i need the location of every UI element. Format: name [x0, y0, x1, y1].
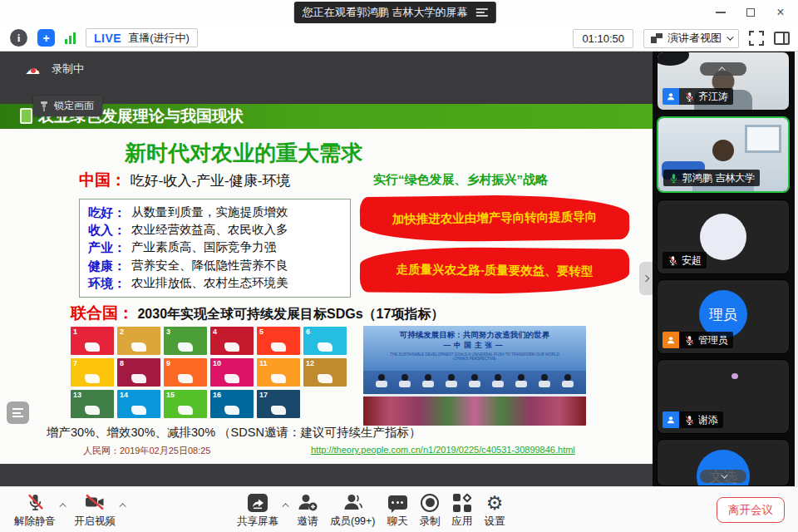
chevron-down-icon	[727, 33, 733, 40]
sdg-tile-12: 12	[303, 358, 347, 387]
participant-tile[interactable]: 理员 管理员	[657, 279, 790, 354]
mic-muted-icon	[684, 91, 695, 102]
share-screen-button[interactable]: 共享屏幕	[231, 487, 284, 532]
meeting-info-icon[interactable]: i	[10, 29, 27, 47]
sdg-tile-10: 10	[210, 358, 254, 387]
photo-banner: 可持续发展目标：共同努力改造我们的世界 —中国主张— THE SUSTAINAB…	[363, 326, 586, 371]
sdg-tile-1: 1	[71, 327, 114, 355]
apps-button[interactable]: 应用	[446, 487, 479, 532]
need-label: 产业：	[88, 240, 131, 255]
recording-status: ☁ 录制中	[25, 62, 84, 76]
avatar	[700, 214, 746, 260]
participant-name: 郭鸿鹏 吉林大学	[682, 171, 755, 185]
need-text: 农业排放低、农村生态环境美	[131, 276, 288, 291]
unmute-button[interactable]: 解除静音	[8, 487, 62, 532]
gear-icon: ⚙	[486, 494, 504, 512]
unmute-label: 解除静音	[14, 515, 56, 529]
source-link[interactable]: http://theory.people.com.cn/n1/2019/0225…	[311, 445, 575, 455]
sdg-tile-14: 14	[117, 390, 160, 418]
settings-label: 设置	[485, 515, 505, 529]
invite-person-icon	[297, 492, 318, 512]
need-text: 从数量到质量，实施提质增效	[131, 205, 288, 220]
person-icon	[666, 415, 676, 425]
person-icon	[666, 335, 676, 345]
watching-banner[interactable]: 您正在观看郭鸿鹏 吉林大学的屏幕	[294, 2, 496, 23]
network-signal-icon[interactable]	[65, 32, 76, 44]
settings-button[interactable]: ⚙ 设置	[479, 487, 511, 532]
close-button[interactable]: ×	[770, 2, 791, 22]
chat-label: 聊天	[387, 515, 408, 529]
share-screen-label: 共享屏幕	[237, 515, 278, 529]
need-label: 收入：	[88, 223, 131, 238]
security-shield-icon[interactable]: +	[37, 29, 55, 47]
sdg-grid: 1234567891011121314151617	[71, 327, 353, 418]
record-icon	[421, 494, 439, 512]
annotation-toolbar-button[interactable]	[7, 401, 29, 424]
banner-menu-icon[interactable]	[475, 8, 487, 17]
need-text: 农业经营效益高、农民收入多	[131, 223, 288, 238]
slide-footnote: 增产30%、增效30%、减排30% （SDSN邀请：建议可持续生产指标）	[47, 425, 421, 441]
photo-caption-en2: -CHINA'S PERSPECTIVE-	[363, 357, 586, 361]
sdg-tile-17: 17	[257, 390, 300, 418]
need-label: 健康：	[88, 259, 131, 273]
photo-caption-cn2: —中国主张—	[363, 341, 586, 351]
avatar-text: 理员	[709, 305, 737, 324]
slide-header-book-icon	[20, 108, 32, 124]
live-status[interactable]: LIVE 直播(进行中)	[86, 28, 198, 47]
collapse-videos-button[interactable]	[700, 62, 746, 76]
participant-tile[interactable]: 谢添	[657, 359, 790, 434]
apps-label: 应用	[452, 515, 473, 529]
view-mode-label: 演讲者视图	[667, 31, 722, 46]
fullscreen-icon	[749, 31, 764, 46]
sidebar-collapse-handle[interactable]	[639, 262, 653, 295]
need-text: 营养安全、降低隐性营养不良	[131, 259, 288, 273]
members-button[interactable]: 成员(99+)	[324, 487, 382, 532]
invite-label: 邀请	[298, 515, 318, 529]
sdg-tile-7: 7	[71, 358, 114, 387]
china-text: 吃好-收入-产业-健康-环境	[131, 173, 291, 189]
participant-tile[interactable]: 齐江涛	[657, 52, 790, 111]
sdg-tile-3: 3	[164, 327, 207, 355]
photo-people-row	[363, 371, 586, 394]
participant-tile[interactable]: 文选	[657, 439, 790, 486]
participant-tile[interactable]: 郭鸿鹏 吉林大学	[657, 116, 790, 193]
side-panel-toggle[interactable]	[774, 32, 790, 45]
host-badge	[663, 332, 679, 348]
participant-name: 齐江涛	[698, 90, 728, 104]
sdg-tile-9: 9	[164, 358, 207, 387]
ribbon-banners: 加快推进农业由增产导向转向提质导向 走质量兴农之路-质量要效益、要转型	[360, 195, 629, 293]
share-screen-icon	[248, 494, 268, 512]
invite-button[interactable]: 邀请	[291, 487, 324, 532]
ribbon-banner: 加快推进农业由增产导向转向提质导向	[360, 194, 630, 244]
close-icon: ×	[776, 6, 784, 19]
leave-meeting-button[interactable]: 离开会议	[717, 497, 785, 523]
main-area: ☁ 录制中 锁定画面 农业绿色发展理论与我国现状 新时代对农业的重大需求 中国：	[0, 52, 798, 486]
strategy-line: 实行“绿色发展、乡村振兴”战略	[373, 172, 548, 188]
record-button[interactable]: 录制	[414, 487, 446, 532]
mic-muted-icon	[667, 255, 678, 266]
live-badge: LIVE	[94, 32, 121, 45]
lock-view-button[interactable]: 锁定画面	[33, 96, 102, 116]
fullscreen-button[interactable]	[749, 31, 764, 46]
live-text: 直播(进行中)	[128, 31, 190, 46]
participant-tile[interactable]: 安超	[657, 200, 790, 274]
chat-button[interactable]: 聊天	[382, 487, 414, 532]
view-mode-dropdown[interactable]: 演讲者视图	[643, 29, 739, 48]
participant-namebar: 谢添	[663, 411, 723, 428]
recording-label: 录制中	[52, 62, 84, 76]
camera-muted-icon	[84, 492, 106, 512]
sidebar-scrollbar[interactable]	[795, 52, 798, 486]
start-video-button[interactable]: 开启视频	[68, 487, 121, 532]
maximize-button[interactable]	[740, 2, 761, 22]
lock-view-label: 锁定画面	[54, 99, 94, 113]
scroll-down-button[interactable]	[700, 470, 746, 483]
presentation-slide: 农业绿色发展理论与我国现状 新时代对农业的重大需求 中国： 吃好-收入-产业-健…	[0, 104, 653, 464]
role-badge	[663, 411, 679, 428]
pin-icon	[39, 101, 49, 112]
minimize-button[interactable]	[710, 2, 732, 22]
table-row: 健康：营养安全、降低隐性营养不良	[88, 259, 342, 273]
chat-icon	[388, 495, 407, 510]
meeting-timer: 01:10:50	[573, 29, 633, 48]
chevron-down-icon	[721, 471, 727, 478]
table-row: 吃好：从数量到质量，实施提质增效	[88, 205, 342, 220]
